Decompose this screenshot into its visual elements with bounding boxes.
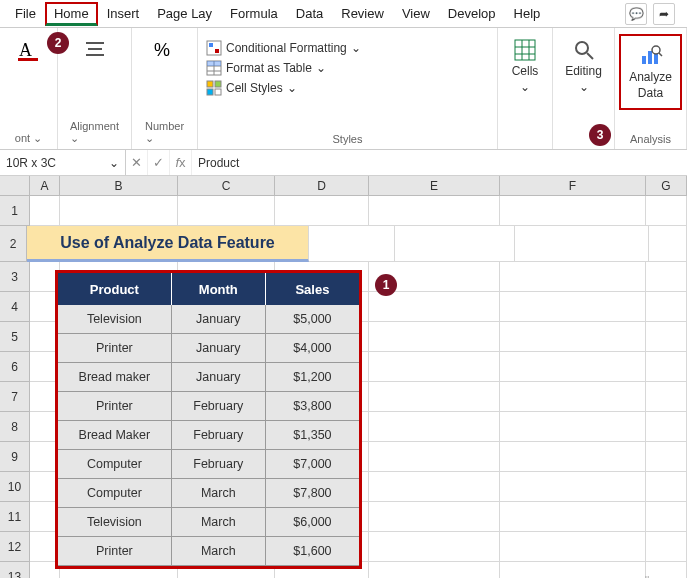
cell-E8[interactable] bbox=[369, 412, 500, 442]
cell-A1[interactable] bbox=[30, 196, 60, 226]
cell-G2[interactable] bbox=[649, 226, 687, 262]
chevron-down-icon[interactable]: ⌄ bbox=[109, 156, 119, 170]
row-header-10[interactable]: 10 bbox=[0, 472, 30, 502]
cell-G4[interactable] bbox=[646, 292, 687, 322]
cell-F1[interactable] bbox=[500, 196, 646, 226]
table-cell[interactable]: January bbox=[172, 334, 266, 363]
cell-E13[interactable] bbox=[369, 562, 500, 578]
cell-F11[interactable] bbox=[500, 502, 646, 532]
alignment-button[interactable] bbox=[75, 34, 115, 66]
cell-F10[interactable] bbox=[500, 472, 646, 502]
confirm-icon[interactable]: ✓ bbox=[148, 150, 170, 175]
cell-B1[interactable] bbox=[60, 196, 178, 226]
cell-F4[interactable] bbox=[500, 292, 646, 322]
analyze-data-button[interactable]: Analyze Data bbox=[623, 40, 678, 104]
table-cell[interactable]: Television bbox=[58, 305, 172, 334]
cell-E9[interactable] bbox=[369, 442, 500, 472]
col-header-F[interactable]: F bbox=[500, 176, 646, 196]
menu-page-layout[interactable]: Page Lay bbox=[148, 2, 221, 25]
cell-G7[interactable] bbox=[646, 382, 687, 412]
cell-D2[interactable] bbox=[309, 226, 395, 262]
cell-G10[interactable] bbox=[646, 472, 687, 502]
table-cell[interactable]: January bbox=[172, 305, 266, 334]
table-cell[interactable]: February bbox=[172, 421, 266, 450]
cell-F7[interactable] bbox=[500, 382, 646, 412]
table-cell[interactable]: Bread Maker bbox=[58, 421, 172, 450]
font-button[interactable]: A bbox=[9, 34, 49, 66]
table-cell[interactable]: Computer bbox=[58, 450, 172, 479]
table-cell[interactable]: $1,200 bbox=[266, 363, 359, 392]
menu-formulas[interactable]: Formula bbox=[221, 2, 287, 25]
table-cell[interactable]: $1,600 bbox=[266, 537, 359, 566]
menu-view[interactable]: View bbox=[393, 2, 439, 25]
table-cell[interactable]: Printer bbox=[58, 334, 172, 363]
cell-F8[interactable] bbox=[500, 412, 646, 442]
cell-styles-button[interactable]: Cell Styles⌄ bbox=[206, 78, 489, 98]
number-button[interactable]: % bbox=[145, 34, 185, 66]
table-cell[interactable]: Printer bbox=[58, 537, 172, 566]
table-header-sales[interactable]: Sales bbox=[266, 273, 359, 305]
table-cell[interactable]: $3,800 bbox=[266, 392, 359, 421]
cell-G3[interactable] bbox=[646, 262, 687, 292]
format-as-table-button[interactable]: Format as Table⌄ bbox=[206, 58, 489, 78]
row-header-3[interactable]: 3 bbox=[0, 262, 30, 292]
cell-E12[interactable] bbox=[369, 532, 500, 562]
table-cell[interactable]: $5,000 bbox=[266, 305, 359, 334]
col-header-D[interactable]: D bbox=[275, 176, 369, 196]
table-cell[interactable]: January bbox=[172, 363, 266, 392]
row-header-5[interactable]: 5 bbox=[0, 322, 30, 352]
row-header-4[interactable]: 4 bbox=[0, 292, 30, 322]
table-cell[interactable]: $7,800 bbox=[266, 479, 359, 508]
col-header-B[interactable]: B bbox=[60, 176, 178, 196]
name-box[interactable]: 10R x 3C ⌄ bbox=[0, 150, 126, 175]
table-header-month[interactable]: Month bbox=[172, 273, 266, 305]
row-header-11[interactable]: 11 bbox=[0, 502, 30, 532]
cell-F6[interactable] bbox=[500, 352, 646, 382]
cell-G12[interactable] bbox=[646, 532, 687, 562]
cell-D1[interactable] bbox=[275, 196, 369, 226]
editing-button[interactable]: Editing⌄ bbox=[559, 34, 608, 98]
cell-F3[interactable] bbox=[500, 262, 646, 292]
table-cell[interactable]: February bbox=[172, 450, 266, 479]
cell-E5[interactable] bbox=[369, 322, 500, 352]
cell-E7[interactable] bbox=[369, 382, 500, 412]
menu-home[interactable]: Home bbox=[45, 2, 98, 26]
cell-E2[interactable] bbox=[395, 226, 515, 262]
table-header-product[interactable]: Product bbox=[58, 273, 172, 305]
cell-G11[interactable] bbox=[646, 502, 687, 532]
row-header-9[interactable]: 9 bbox=[0, 442, 30, 472]
row-header-6[interactable]: 6 bbox=[0, 352, 30, 382]
cell-F9[interactable] bbox=[500, 442, 646, 472]
select-all-corner[interactable] bbox=[0, 176, 30, 196]
cell-F2[interactable] bbox=[515, 226, 649, 262]
cancel-icon[interactable]: ✕ bbox=[126, 150, 148, 175]
cell-E11[interactable] bbox=[369, 502, 500, 532]
table-cell[interactable]: $4,000 bbox=[266, 334, 359, 363]
menu-insert[interactable]: Insert bbox=[98, 2, 149, 25]
menu-data[interactable]: Data bbox=[287, 2, 332, 25]
menu-help[interactable]: Help bbox=[505, 2, 550, 25]
row-header-8[interactable]: 8 bbox=[0, 412, 30, 442]
cell-G9[interactable] bbox=[646, 442, 687, 472]
row-header-12[interactable]: 12 bbox=[0, 532, 30, 562]
table-cell[interactable]: Printer bbox=[58, 392, 172, 421]
table-cell[interactable]: $6,000 bbox=[266, 508, 359, 537]
cell-E4[interactable] bbox=[369, 292, 500, 322]
cell-E10[interactable] bbox=[369, 472, 500, 502]
table-cell[interactable]: Computer bbox=[58, 479, 172, 508]
row-header-1[interactable]: 1 bbox=[0, 196, 30, 226]
col-header-G[interactable]: G bbox=[646, 176, 687, 196]
table-cell[interactable]: February bbox=[172, 392, 266, 421]
share-icon[interactable]: ➦ bbox=[653, 3, 675, 25]
title-cell[interactable]: Use of Analyze Data Feature bbox=[27, 226, 308, 262]
row-header-2[interactable]: 2 bbox=[0, 226, 27, 262]
col-header-A[interactable]: A bbox=[30, 176, 60, 196]
formula-input[interactable]: Product bbox=[192, 156, 687, 170]
menu-review[interactable]: Review bbox=[332, 2, 393, 25]
conditional-formatting-button[interactable]: Conditional Formatting⌄ bbox=[206, 38, 489, 58]
table-cell[interactable]: $1,350 bbox=[266, 421, 359, 450]
cell-E6[interactable] bbox=[369, 352, 500, 382]
cell-F12[interactable] bbox=[500, 532, 646, 562]
cell-F5[interactable] bbox=[500, 322, 646, 352]
comments-icon[interactable]: 💬 bbox=[625, 3, 647, 25]
